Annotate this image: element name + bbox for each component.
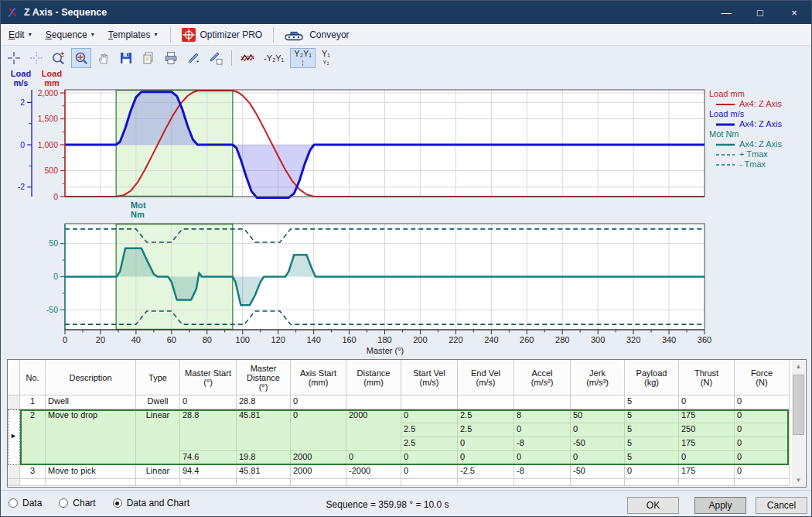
- cell-description[interactable]: Move to drop: [46, 409, 136, 465]
- cell-type[interactable]: Linear: [136, 465, 180, 479]
- cell-thrust[interactable]: 175: [679, 409, 735, 423]
- cell-force[interactable]: 0: [735, 409, 790, 423]
- cell-end_vel[interactable]: 2.5: [458, 423, 514, 437]
- cell-description[interactable]: Dwell: [46, 395, 136, 409]
- cell-start_vel[interactable]: 0: [401, 451, 458, 465]
- cell-start_vel[interactable]: [401, 395, 458, 409]
- cell-end_vel[interactable]: 0: [458, 437, 514, 451]
- svg-text:80: 80: [203, 335, 212, 344]
- column-header-force: Force(N): [735, 360, 790, 395]
- cell-end_vel[interactable]: -2.5: [458, 465, 514, 479]
- cell-master_start[interactable]: 28.8: [180, 409, 237, 451]
- cell-end_vel[interactable]: [458, 395, 514, 409]
- row-selector[interactable]: [8, 395, 20, 409]
- cell-start_vel[interactable]: 2.5: [401, 437, 458, 451]
- svg-text:-50: -50: [46, 305, 58, 314]
- cell-thrust[interactable]: 0: [679, 451, 735, 465]
- cell-accel[interactable]: 0: [514, 423, 571, 437]
- cell-force[interactable]: 0: [735, 465, 790, 479]
- cell-axis_start[interactable]: 2000: [291, 451, 346, 465]
- ok-button[interactable]: OK: [627, 497, 679, 514]
- cancel-button[interactable]: Cancel: [756, 497, 807, 514]
- svg-text:260: 260: [520, 335, 534, 344]
- cell-jerk[interactable]: 50: [571, 409, 625, 423]
- column-header-start_vel: Start Vel(m/s): [401, 360, 458, 395]
- column-header-no: No.: [20, 360, 46, 395]
- cell-master_start[interactable]: 0: [180, 395, 237, 409]
- partial-row-cell: [346, 479, 401, 486]
- cell-master_start[interactable]: 74.6: [180, 451, 237, 465]
- cell-force[interactable]: 0: [735, 451, 790, 465]
- radio-circle-icon: [9, 498, 18, 508]
- cell-no[interactable]: 2: [20, 409, 46, 465]
- cell-jerk[interactable]: -50: [571, 465, 625, 479]
- cell-type[interactable]: Dwell: [136, 395, 180, 409]
- cell-start_vel[interactable]: 0: [401, 409, 458, 423]
- cell-accel[interactable]: -8: [514, 465, 571, 479]
- svg-text:120: 120: [271, 335, 285, 344]
- table-corner-cell: [8, 360, 20, 395]
- cell-axis_start[interactable]: 0: [291, 409, 346, 451]
- cell-no[interactable]: 3: [20, 465, 46, 479]
- svg-text:160: 160: [342, 335, 356, 344]
- cell-accel[interactable]: [514, 395, 571, 409]
- cell-no[interactable]: 1: [20, 395, 46, 409]
- cell-jerk[interactable]: 0: [571, 423, 625, 437]
- cell-payload[interactable]: 0: [625, 465, 679, 479]
- cell-distance[interactable]: [346, 395, 401, 409]
- cell-force[interactable]: 0: [735, 423, 790, 437]
- cell-master_distance[interactable]: 45.81: [237, 465, 291, 479]
- radio-chart[interactable]: Chart: [59, 498, 95, 508]
- radio-data-and-chart[interactable]: Data and Chart: [113, 498, 189, 508]
- cell-payload[interactable]: 5: [625, 423, 679, 437]
- cell-jerk[interactable]: 0: [571, 451, 625, 465]
- cell-type[interactable]: Linear: [136, 409, 180, 465]
- footer-bar: DataChartData and Chart Sequence = 359.9…: [1, 490, 811, 517]
- cell-payload[interactable]: 5: [625, 409, 679, 423]
- legend-item: - Tmax: [709, 159, 782, 169]
- cell-end_vel[interactable]: 2.5: [458, 409, 514, 423]
- cell-jerk[interactable]: -50: [571, 437, 625, 451]
- radio-data[interactable]: Data: [9, 498, 42, 508]
- cell-master_distance[interactable]: 19.8: [237, 451, 291, 465]
- cell-description[interactable]: Move to pick: [46, 465, 136, 479]
- cell-axis_start[interactable]: 2000: [291, 465, 346, 479]
- cell-force[interactable]: 0: [735, 437, 790, 451]
- cell-thrust[interactable]: 175: [679, 465, 735, 479]
- cell-jerk[interactable]: [571, 395, 625, 409]
- cell-start_vel[interactable]: 2.5: [401, 423, 458, 437]
- cell-thrust[interactable]: 0: [679, 395, 735, 409]
- cell-accel[interactable]: 0: [514, 451, 571, 465]
- cell-master_start[interactable]: 94.4: [180, 465, 237, 479]
- cell-master_distance[interactable]: 28.8: [237, 395, 291, 409]
- cell-force[interactable]: 0: [735, 395, 790, 409]
- scroll-down-arrow-icon[interactable]: ▼: [792, 474, 805, 487]
- partial-row-cell: [136, 479, 180, 486]
- cell-distance[interactable]: 2000: [346, 409, 401, 451]
- scrollbar-thumb[interactable]: [793, 375, 804, 435]
- cell-distance[interactable]: -2000: [346, 465, 401, 479]
- radio-circle-icon: [59, 498, 68, 508]
- cell-thrust[interactable]: 175: [679, 437, 735, 451]
- cell-payload[interactable]: 5: [625, 437, 679, 451]
- column-header-master_start: Master Start(°): [180, 360, 237, 395]
- cell-distance[interactable]: 0: [346, 451, 401, 465]
- apply-button[interactable]: Apply: [694, 497, 746, 514]
- cell-payload[interactable]: 5: [625, 451, 679, 465]
- row-selector[interactable]: [8, 465, 20, 479]
- cell-master_distance[interactable]: 45.81: [237, 409, 291, 451]
- cell-thrust[interactable]: 250: [679, 423, 735, 437]
- partial-row-cell: [401, 479, 458, 486]
- svg-text:2,000: 2,000: [38, 88, 58, 98]
- partial-row-cell: [291, 479, 346, 486]
- svg-text:280: 280: [555, 335, 569, 344]
- svg-text:500: 500: [44, 166, 58, 175]
- cell-accel[interactable]: -8: [514, 437, 571, 451]
- scroll-up-arrow-icon[interactable]: ▲: [792, 360, 805, 373]
- cell-start_vel[interactable]: 0: [401, 465, 458, 479]
- radio-label: Data and Chart: [127, 498, 189, 508]
- cell-end_vel[interactable]: 0: [458, 451, 514, 465]
- cell-axis_start[interactable]: 0: [291, 395, 346, 409]
- cell-payload[interactable]: 5: [625, 395, 679, 409]
- cell-accel[interactable]: 8: [514, 409, 571, 423]
